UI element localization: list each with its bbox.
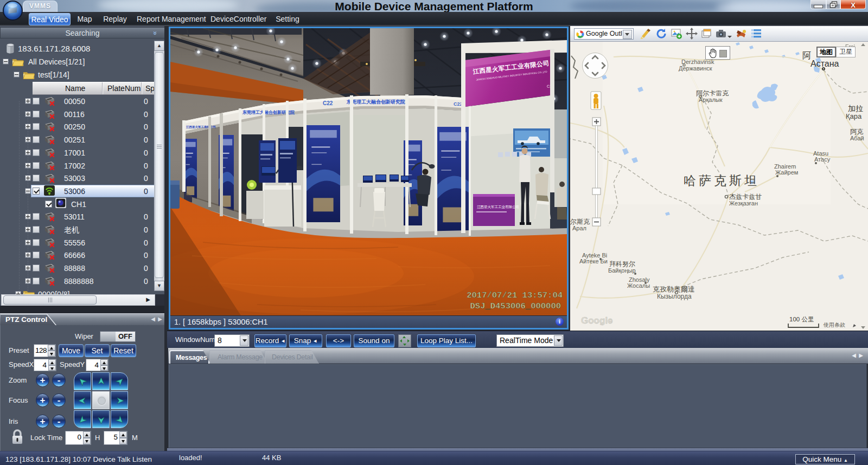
- svg-text:江西星火军工工业有限公司: 江西星火军工工业有限公司: [477, 205, 519, 209]
- svg-text:使用条款: 使用条款: [823, 322, 845, 328]
- svg-text:阿: 阿: [802, 51, 811, 60]
- svg-text:Арал: Арал: [572, 225, 586, 231]
- svg-text:哈萨克斯坦: 哈萨克斯坦: [684, 173, 760, 188]
- svg-text:江西星火军工有限公司: 江西星火军工有限公司: [186, 125, 216, 129]
- svg-text:拉尔斯克: 拉尔斯克: [570, 218, 590, 225]
- svg-text:阿尔卡雷克: 阿尔卡雷克: [696, 89, 729, 97]
- svg-text:Айтеке Би: Айтеке Би: [579, 258, 608, 264]
- svg-text:阿克: 阿克: [850, 128, 864, 135]
- svg-text:100 公里: 100 公里: [789, 316, 814, 322]
- svg-text:DSJ_D453006_000000: DSJ_D453006_000000: [470, 301, 561, 311]
- svg-text:Байқоңыр: Байқоңыр: [608, 267, 636, 274]
- svg-text:Жосалы: Жосалы: [627, 282, 650, 289]
- svg-text:Атасу: Атасу: [814, 156, 831, 163]
- svg-text:Жайрем: Жайрем: [775, 169, 798, 176]
- svg-text:杰兹卡兹甘: 杰兹卡兹甘: [729, 193, 762, 201]
- svg-text:2017/07/21 13:57:04: 2017/07/21 13:57:04: [467, 290, 563, 300]
- svg-text:Арқалык: Арқалык: [699, 96, 723, 103]
- svg-text:Абай: Абай: [850, 135, 864, 141]
- svg-text:加拉: 加拉: [848, 104, 863, 113]
- svg-text:Жезқазған: Жезқазған: [729, 200, 758, 206]
- svg-text:克孜勒奥爾達: 克孜勒奥爾達: [653, 285, 695, 293]
- svg-text:东莞理工大融合创新研究院: 东莞理工大融合创新研究院: [346, 99, 405, 105]
- svg-text:Астана: Астана: [810, 59, 839, 68]
- svg-text:Қара: Қара: [846, 112, 862, 120]
- svg-text:Google: Google: [581, 315, 613, 326]
- svg-text:拜科努尔: 拜科努尔: [609, 260, 635, 268]
- svg-text:Кызылорда: Кызылорда: [657, 293, 692, 300]
- svg-text:C22: C22: [323, 100, 333, 106]
